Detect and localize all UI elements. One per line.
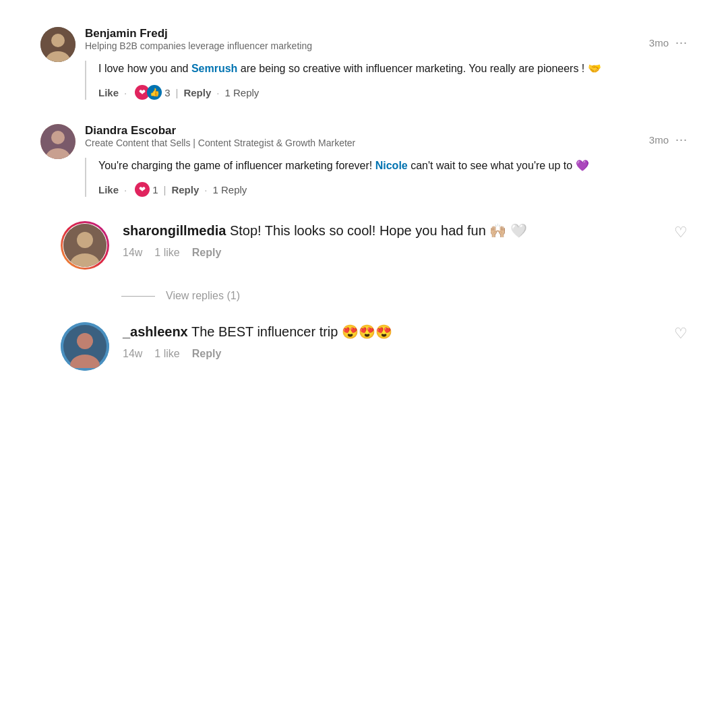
comment-content-benjamin: Benjamin Fredj Helping B2B companies lev… [85, 27, 688, 100]
more-options-benjamin[interactable]: ··· [675, 36, 688, 50]
ig-comment-text-ashleen: _ashleenx The BEST influencer trip 😍😍😍 [123, 322, 674, 341]
comment-text-diandra: You're charging the game of influencer m… [98, 158, 688, 174]
mention-semrush[interactable]: Semrush [191, 63, 237, 74]
ig-time-ashleen: 14w [123, 348, 142, 360]
like-reaction: 👍 [147, 85, 162, 100]
ig-comment-text-sharon: sharongillmedia Stop! This looks so cool… [123, 221, 674, 240]
ig-comment-meta-ashleen: 14w 1 like Reply [123, 348, 674, 360]
comment-content-diandra: Diandra Escobar Create Content that Sell… [85, 124, 688, 197]
author-name-benjamin: Benjamin Fredj [85, 27, 168, 40]
reaction-icons-benjamin: ❤ 👍 [135, 85, 162, 100]
ig-comment-ashleen: _ashleenx The BEST influencer trip 😍😍😍 1… [40, 322, 688, 371]
comment-actions-benjamin: Like · ❤ 👍 3 | Reply · 1 Reply [98, 85, 688, 100]
comment-header-diandra: Diandra Escobar Create Content that Sell… [85, 124, 688, 155]
comment-meta-right-diandra: 3mo ··· [649, 133, 688, 147]
reaction-count-diandra: 1 [152, 184, 158, 195]
view-replies-button[interactable]: View replies (1) [166, 290, 240, 302]
heart-icon-sharon[interactable]: ♡ [674, 224, 688, 241]
like-button-diandra[interactable]: Like [98, 184, 119, 195]
ig-reply-ashleen[interactable]: Reply [192, 348, 222, 360]
reply-count-diandra[interactable]: 1 Reply [212, 184, 247, 195]
svg-point-4 [51, 131, 65, 144]
view-replies-line [121, 296, 155, 297]
ig-comment-row-sharon: sharongillmedia Stop! This looks so cool… [123, 221, 688, 259]
heart-reaction-diandra: ❤ [135, 182, 150, 197]
page: Benjamin Fredj Helping B2B companies lev… [0, 0, 728, 728]
comment-actions-diandra: Like · ❤ 1 | Reply · 1 Reply [98, 182, 688, 197]
ig-comment-content-ashleen: _ashleenx The BEST influencer trip 😍😍😍 1… [123, 322, 688, 360]
ig-comment-row-ashleen: _ashleenx The BEST influencer trip 😍😍😍 1… [123, 322, 688, 360]
comment-benjamin: Benjamin Fredj Helping B2B companies lev… [40, 27, 688, 100]
svg-point-1 [51, 34, 65, 47]
ig-reply-sharon[interactable]: Reply [192, 247, 222, 259]
reaction-count-benjamin: 3 [164, 87, 170, 98]
mention-nicole[interactable]: Nicole [375, 160, 408, 171]
author-name-diandra: Diandra Escobar [85, 124, 176, 137]
author-subtitle-benjamin: Helping B2B companies leverage influence… [85, 40, 312, 51]
comment-time-benjamin: 3mo [649, 37, 669, 49]
ig-username-sharon[interactable]: sharongillmedia [123, 223, 226, 238]
comment-header-benjamin: Benjamin Fredj Helping B2B companies lev… [85, 27, 688, 58]
avatar-diandra [40, 124, 75, 159]
ig-comment-content-sharon: sharongillmedia Stop! This looks so cool… [123, 221, 688, 259]
avatar-ashleen-inner [61, 322, 109, 371]
reply-button-benjamin[interactable]: Reply [183, 87, 211, 98]
avatar-sharon [61, 221, 109, 270]
reaction-icons-diandra: ❤ [135, 182, 150, 197]
more-options-diandra[interactable]: ··· [675, 133, 688, 147]
comment-body-benjamin: I love how you and Semrush are being so … [85, 61, 688, 100]
reply-button-diandra[interactable]: Reply [171, 184, 199, 195]
ig-comment-meta-sharon: 14w 1 like Reply [123, 247, 674, 259]
ig-username-ashleen[interactable]: _ashleenx [123, 324, 188, 339]
svg-point-7 [77, 232, 93, 248]
reply-count-benjamin[interactable]: 1 Reply [224, 87, 259, 98]
avatar-ashleen [61, 322, 109, 371]
comment-meta-right-benjamin: 3mo ··· [649, 36, 688, 50]
svg-point-10 [77, 333, 93, 349]
avatar-benjamin [40, 27, 75, 62]
ig-likes-sharon[interactable]: 1 like [154, 247, 179, 259]
ig-likes-ashleen[interactable]: 1 like [154, 348, 179, 360]
heart-icon-ashleen[interactable]: ♡ [674, 325, 688, 342]
comment-text-benjamin: I love how you and Semrush are being so … [98, 61, 688, 77]
ig-comment-sharon: sharongillmedia Stop! This looks so cool… [40, 221, 688, 270]
ig-time-sharon: 14w [123, 247, 142, 259]
author-subtitle-diandra: Create Content that Sells | Content Stra… [85, 138, 355, 148]
comment-time-diandra: 3mo [649, 134, 669, 146]
view-replies-row: View replies (1) [40, 290, 688, 302]
comment-body-diandra: You're charging the game of influencer m… [85, 158, 688, 197]
comment-diandra: Diandra Escobar Create Content that Sell… [40, 124, 688, 197]
like-button-benjamin[interactable]: Like [98, 87, 119, 98]
avatar-sharon-inner [63, 224, 107, 267]
